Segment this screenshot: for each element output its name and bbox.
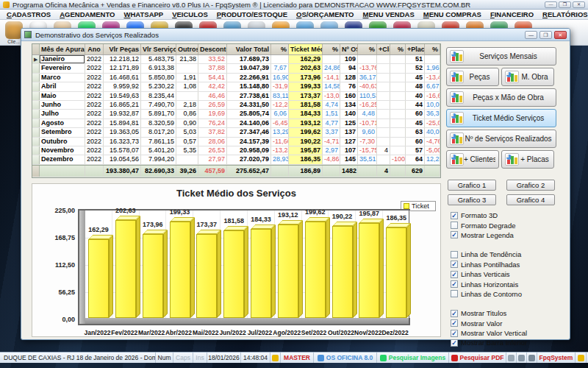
status-printer-icon[interactable]	[517, 353, 527, 363]
btn-clientes[interactable]: + Clientes	[446, 150, 499, 169]
checkbox-mostrar-barra-inferior[interactable]: ✓Mostrar Barra Inferior	[451, 338, 561, 347]
column-header[interactable]: Desconto	[198, 44, 227, 54]
btn-ticket-m-dio-servi-os[interactable]: Ticket Médio Serviços	[446, 109, 556, 127]
menu-menu-compras[interactable]: MENU COMPRAS	[419, 10, 486, 18]
bar-jun-2022[interactable]	[223, 230, 244, 318]
checkbox-box[interactable]: ✓	[451, 330, 458, 337]
column-header[interactable]: +Placa	[406, 44, 425, 54]
bar-fev-2022[interactable]	[115, 220, 136, 318]
menu-veiculos[interactable]: VEICULOS	[168, 10, 212, 18]
table-row[interactable]: Setembro202219.363,058.017,205,0337,8227…	[32, 128, 440, 137]
checkbox-box[interactable]: ✓	[451, 310, 458, 317]
column-header[interactable]: Nº OS	[340, 44, 358, 54]
menu-os-or-amento[interactable]: OS/ORÇAMENTO	[292, 10, 358, 18]
btn-grafico-3[interactable]: Grafico 3	[448, 194, 496, 205]
minimize-button[interactable]: —	[545, 1, 557, 8]
checkbox-box[interactable]: ✓	[451, 339, 458, 347]
column-header[interactable]: +Cli	[377, 44, 390, 54]
table-row[interactable]: Marco202216.468,615.850,801,9154,4122.26…	[32, 74, 440, 82]
status-share-icon[interactable]	[506, 353, 517, 363]
bar-ago-2022[interactable]	[278, 224, 298, 318]
close-button[interactable]: ✕	[573, 1, 585, 8]
status-key-icon[interactable]	[576, 353, 587, 363]
column-header[interactable]: %	[323, 44, 340, 54]
btn-grafico-2[interactable]: Grafico 2	[506, 180, 555, 191]
table-row[interactable]: Outubro202216.323,737.861,150,5728,0624.…	[32, 138, 440, 146]
status-monitor-icon: OS OFICINA 8.0	[314, 353, 377, 363]
checkbox-box[interactable]: ✓	[451, 271, 458, 278]
table-row[interactable]: ▶Janeiro202212.218,125.483,7521,3833,521…	[32, 55, 440, 64]
table-row[interactable]: Maio202219.549,638.235,4446,4627.738,618…	[32, 92, 440, 101]
checkbox-box[interactable]: ✓	[451, 280, 458, 288]
checkbox-box[interactable]	[451, 290, 458, 297]
checkbox-box[interactable]: ✓	[451, 212, 458, 219]
menu-agendamento[interactable]: AGENDAMENTO	[55, 10, 119, 18]
checkbox-box[interactable]	[451, 222, 458, 229]
bar-dez-2022[interactable]	[386, 227, 406, 318]
column-header[interactable]: Vlr Peças	[104, 44, 141, 54]
child-close-button[interactable]: ✕	[554, 31, 567, 39]
btn-pe-as-x-m-o-de-obra[interactable]: Peças x Mão de Obra	[446, 88, 556, 107]
column-header[interactable]: Valor Total	[227, 44, 271, 54]
menu-financeiro[interactable]: FINANCEIRO	[486, 10, 538, 18]
table-row[interactable]: Julho202219.932,875.891,700,8619,6925.80…	[32, 110, 440, 118]
child-minimize-button[interactable]: —	[525, 31, 537, 39]
bar-abr-2022[interactable]	[170, 222, 190, 318]
table-row[interactable]: Junho202216.865,217.490,702,1826,5924.33…	[32, 101, 440, 110]
checkbox-box[interactable]: ✓	[451, 231, 458, 238]
column-header[interactable]: Ticket Médio	[289, 44, 323, 54]
column-header[interactable]: Outros	[176, 44, 198, 54]
checkbox-linhas-verticais[interactable]: ✓Linhas Verticais	[451, 269, 561, 279]
column-header[interactable]: %	[390, 44, 406, 54]
bar-nov-2022[interactable]	[359, 223, 379, 318]
status-display-icon[interactable]	[527, 353, 537, 363]
table-row[interactable]: Dezembro202219.054,567.994,2027,9727.020…	[32, 155, 440, 164]
column-header[interactable]: Mês de Apuração	[40, 44, 85, 54]
checkbox-formato-degrade[interactable]: Formato Degrade	[451, 220, 561, 230]
column-header[interactable]: Vlr Serviço	[141, 44, 176, 54]
checkbox-mostrar-legenda[interactable]: ✓Mostrar Legenda	[451, 230, 561, 240]
btn-grafico-1[interactable]: Grafico 1	[448, 180, 496, 191]
column-header[interactable]: %	[358, 44, 377, 54]
checkbox-box[interactable]: ✓	[451, 261, 458, 268]
btn-pe-as[interactable]: Peças	[446, 68, 499, 86]
bar-set-2022[interactable]	[305, 222, 326, 318]
checkbox-box[interactable]	[451, 251, 458, 258]
table-row[interactable]: Fevereiro202212.171,896.913,3837,8819.04…	[32, 64, 440, 73]
table-row[interactable]: Novembro202215.578,075.401,205,3526,5320…	[32, 146, 440, 155]
table-row[interactable]: Abril20229.959,925.230,221,0842,4215.148…	[32, 82, 440, 91]
table-cell: 57	[406, 146, 425, 155]
btn-m-obra[interactable]: M. Obra	[501, 68, 554, 86]
checkbox-linha-de-tend-ncia[interactable]: Linha de Tendência	[451, 250, 561, 259]
checkbox-mostrar-valor-vertical[interactable]: ✓Mostrar Valor Vertical	[451, 328, 561, 338]
checkbox-linhas-de-contorno[interactable]: Linhas de Contorno	[451, 289, 561, 299]
bar-mar-2022[interactable]	[143, 234, 163, 318]
bar-mai-2022[interactable]	[196, 234, 217, 318]
checkbox-formato-3d[interactable]: ✓Formato 3D	[451, 210, 561, 220]
menu-relat-rios[interactable]: RELATÓRIOS	[538, 10, 588, 18]
bar-out-2022[interactable]	[332, 226, 353, 318]
maximize-button[interactable]: ❐	[559, 1, 571, 8]
btn-servi-os-mensais[interactable]: Serviços Mensais	[446, 47, 556, 66]
checkbox-linhas-horizontais[interactable]: ✓Linhas Horizontais	[451, 279, 561, 289]
checkbox-mostrar-valor[interactable]: ✓Mostrar Valor	[451, 319, 561, 328]
menu-menu-vendas[interactable]: MENU VENDAS	[359, 10, 419, 18]
status-lock-icon[interactable]	[270, 353, 281, 363]
btn-grafico-4[interactable]: Grafico 4	[506, 194, 555, 205]
menu-cadastros[interactable]: CADASTROS	[2, 10, 55, 18]
column-header[interactable]: %	[271, 44, 289, 54]
child-titlebar[interactable]: Demonstrativo dos Serviços Realizados — …	[21, 29, 570, 41]
table-row[interactable]: Agosto202215.894,818.320,590,9076,2424.1…	[32, 119, 440, 128]
checkbox-box[interactable]: ✓	[451, 319, 458, 327]
bar-jan-2022[interactable]	[88, 239, 109, 318]
checkbox-linhas-pontilhadas[interactable]: ✓Linhas Pontilhadas	[451, 260, 561, 269]
child-maximize-button[interactable]: ❐	[539, 31, 552, 39]
menu-produto-estoque[interactable]: PRODUTO/ESTOQUE	[212, 10, 292, 18]
bar-jul-2022[interactable]	[251, 229, 271, 318]
column-header[interactable]: Ano	[85, 44, 104, 54]
menu-whatsapp[interactable]: WHATSAPP	[120, 10, 168, 18]
btn-placas[interactable]: + Placas	[501, 150, 554, 169]
column-header[interactable]: %	[425, 44, 440, 54]
checkbox-mostrar-titulos[interactable]: ✓Mostrar Titulos	[451, 308, 561, 318]
btn-n-de-servi-os-realizados[interactable]: Nº de Serviços Realizados	[446, 130, 556, 148]
